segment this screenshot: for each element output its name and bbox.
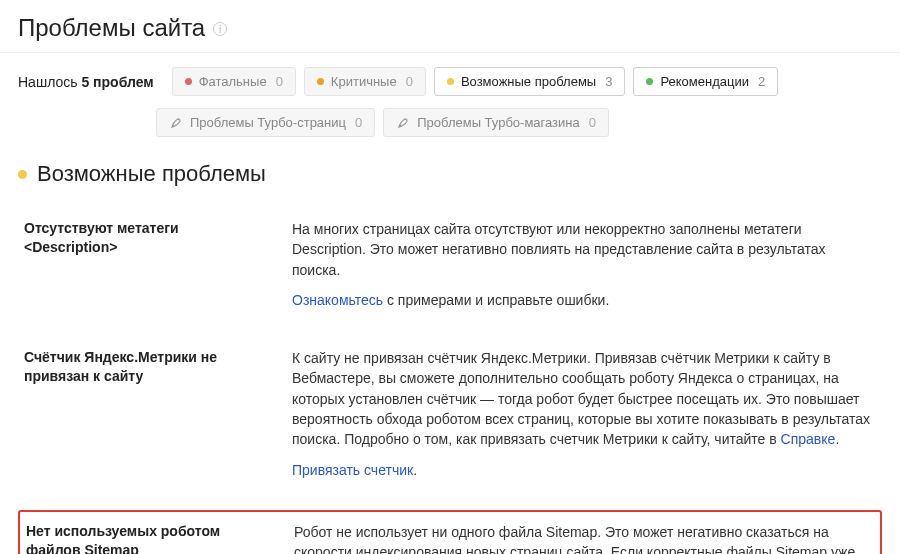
- found-label: Нашлось 5 проблем: [18, 74, 164, 90]
- issue-name: Счётчик Яндекс.Метрики не привязан к сай…: [24, 348, 264, 490]
- filter-label: Критичные: [331, 74, 397, 89]
- filter-recommend[interactable]: Рекомендации 2: [633, 67, 778, 96]
- rocket-icon: [396, 116, 410, 130]
- filter-possible[interactable]: Возможные проблемы 3: [434, 67, 626, 96]
- info-icon[interactable]: i: [213, 22, 227, 36]
- filter-fatal[interactable]: Фатальные 0: [172, 67, 296, 96]
- filter-label: Возможные проблемы: [461, 74, 596, 89]
- issue-desc: К сайту не привязан счётчик Яндекс.Метри…: [292, 348, 876, 490]
- filter-count: 0: [589, 115, 596, 130]
- filter-label: Рекомендации: [660, 74, 749, 89]
- issue-row: Счётчик Яндекс.Метрики не привязан к сай…: [18, 336, 882, 506]
- issue-name: Нет используемых роботом файлов Sitemap: [26, 522, 266, 554]
- filter-label: Проблемы Турбо-страниц: [190, 115, 346, 130]
- filter-turbo-shop[interactable]: Проблемы Турбо-магазина 0: [383, 108, 609, 137]
- filter-count: 2: [758, 74, 765, 89]
- filter-label: Фатальные: [199, 74, 267, 89]
- issue-desc-link[interactable]: Справке: [781, 431, 836, 447]
- issue-name: Отсутствуют метатеги <Description>: [24, 219, 264, 320]
- filter-critical[interactable]: Критичные 0: [304, 67, 426, 96]
- filter-count: 0: [406, 74, 413, 89]
- issue-action-link[interactable]: Привязать счетчик: [292, 462, 413, 478]
- issue-desc: На многих страницах сайта отсутствуют ил…: [292, 219, 876, 320]
- section-title-text: Возможные проблемы: [37, 161, 266, 187]
- issue-action-link[interactable]: Ознакомьтесь: [292, 292, 383, 308]
- issue-desc-text: На многих страницах сайта отсутствуют ил…: [292, 219, 876, 280]
- found-prefix: Нашлось: [18, 74, 78, 90]
- rocket-icon: [169, 116, 183, 130]
- filter-count: 0: [276, 74, 283, 89]
- section-title: Возможные проблемы: [18, 161, 882, 187]
- issue-desc-text: Робот не использует ни одного файла Site…: [294, 522, 874, 554]
- dot-icon: [447, 78, 454, 85]
- issue-row-highlighted: Нет используемых роботом файлов Sitemap …: [18, 510, 882, 554]
- dot-icon: [18, 170, 27, 179]
- filter-turbo-pages[interactable]: Проблемы Турбо-страниц 0: [156, 108, 375, 137]
- issue-desc: Робот не использует ни одного файла Site…: [294, 522, 874, 554]
- found-count: 5 проблем: [81, 74, 153, 90]
- dot-icon: [185, 78, 192, 85]
- dot-icon: [317, 78, 324, 85]
- filter-bar: Нашлось 5 проблем Фатальные 0 Критичные …: [0, 53, 900, 143]
- issue-row: Отсутствуют метатеги <Description> На мн…: [18, 207, 882, 336]
- issue-action-tail: .: [413, 462, 417, 478]
- dot-icon: [646, 78, 653, 85]
- filter-label: Проблемы Турбо-магазина: [417, 115, 580, 130]
- issue-action-tail: с примерами и исправьте ошибки.: [383, 292, 609, 308]
- filter-count: 3: [605, 74, 612, 89]
- filter-count: 0: [355, 115, 362, 130]
- page-title: Проблемы сайта: [18, 14, 205, 42]
- issue-desc-tail: .: [835, 431, 839, 447]
